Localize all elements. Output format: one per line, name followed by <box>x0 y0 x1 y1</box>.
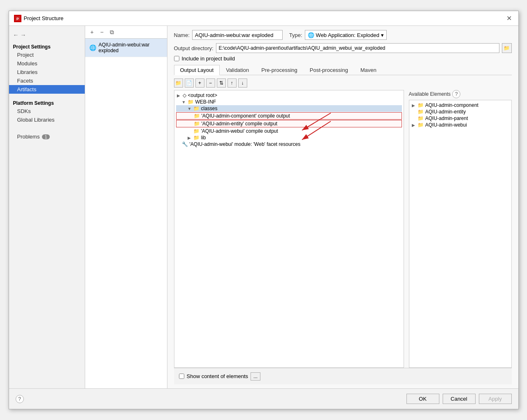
avail-node-webui[interactable]: ▶ 📁 AQIU-admin-webui <box>411 122 510 128</box>
title-bar: P Project Structure ✕ <box>9 11 518 26</box>
move-down-btn[interactable]: ↓ <box>238 78 247 88</box>
tree-node-output-root[interactable]: ▶ ◇ <output root> <box>176 92 402 99</box>
tree-node-webui-resources[interactable]: 🔧 'AQIU-admin-webui' module: 'Web' facet… <box>176 141 402 148</box>
tab-maven[interactable]: Maven <box>354 65 383 75</box>
webui-compile-label: 'AQIU-admin-webui' compile output <box>201 128 278 134</box>
tree-node-lib[interactable]: ▶ 📁 lib <box>176 134 402 141</box>
apply-button[interactable]: Apply <box>479 394 512 404</box>
main-content: ← → Project Settings Project Modules Lib… <box>9 26 518 388</box>
tree-node-webui-compile[interactable]: 📁 'AQIU-admin-webui' compile output <box>176 128 402 134</box>
classes-label: classes <box>201 106 218 111</box>
component-compile-label: 'AQIU-admin-component' compile output <box>202 113 290 119</box>
ok-button[interactable]: OK <box>406 394 439 404</box>
type-value: Web Application: Exploded <box>316 32 379 38</box>
tree-node-webinf[interactable]: ▼ 📁 WEB-INF <box>176 99 402 105</box>
type-label: Type: <box>289 32 302 38</box>
remove-btn[interactable]: − <box>206 78 215 88</box>
tree-node-classes[interactable]: ▼ 📁 classes <box>176 105 402 112</box>
name-label: Name: <box>174 32 190 38</box>
sidebar-item-project[interactable]: Project <box>9 51 85 59</box>
type-select[interactable]: 🌐 Web Application: Exploded ▾ <box>305 30 387 40</box>
webinf-label: WEB-INF <box>195 99 216 105</box>
nav-back[interactable]: ← <box>13 32 19 38</box>
sidebar-item-artifacts[interactable]: Artifacts <box>9 85 85 94</box>
app-icon: P <box>14 15 21 22</box>
component-compile-icon: 📁 <box>194 113 200 119</box>
tab-post-processing[interactable]: Post-processing <box>304 65 354 75</box>
expand-classes: ▼ <box>188 106 192 111</box>
sort-btn[interactable]: ⇅ <box>217 78 226 88</box>
footer-right: OK Cancel Apply <box>406 394 512 404</box>
tree-container: ▶ ◇ <output root> ▼ 📁 WEB-INF <box>174 90 404 368</box>
copy-artifact-btn[interactable]: ⧉ <box>107 28 116 37</box>
include-build-checkbox[interactable] <box>174 56 179 61</box>
webui-compile-icon: 📁 <box>193 128 200 134</box>
avail-webui-label: AQIU-admin-webui <box>425 122 467 128</box>
tree-node-component-compile[interactable]: 📁 'AQIU-admin-component' compile output <box>176 112 402 120</box>
sidebar-item-modules[interactable]: Modules <box>9 59 85 68</box>
close-button[interactable]: ✕ <box>505 14 513 23</box>
tab-output-layout[interactable]: Output Layout <box>174 65 220 75</box>
add-btn[interactable]: + <box>195 78 204 88</box>
avail-node-entity[interactable]: 📁 AQIU-admin-entity <box>411 108 510 115</box>
tree-node-entity-compile[interactable]: 📁 'AQIU-admin-entity' compile output <box>176 120 402 127</box>
layout-split: ▶ ◇ <output root> ▼ 📁 WEB-INF <box>174 90 512 368</box>
tabs-bar: Output Layout Validation Pre-processing … <box>174 65 512 75</box>
detail-panel: Name: Type: 🌐 Web Application: Exploded … <box>167 26 518 388</box>
expand-lib: ▶ <box>188 136 192 140</box>
avail-expand-entity <box>412 110 416 114</box>
expand-root: ▶ <box>177 93 181 98</box>
show-content-label: Show content of elements <box>187 373 248 379</box>
sidebar-item-libraries[interactable]: Libraries <box>9 68 85 76</box>
avail-component-icon: 📁 <box>418 102 424 108</box>
avail-expand-component: ▶ <box>412 103 416 108</box>
sidebar-item-global-libraries[interactable]: Global Libraries <box>9 115 85 124</box>
avail-entity-label: AQIU-admin-entity <box>425 109 466 115</box>
project-settings-header: Project Settings <box>9 42 85 51</box>
move-up-btn[interactable]: ↑ <box>228 78 237 88</box>
avail-node-parent[interactable]: 📁 AQIU-admin-parent <box>411 115 510 122</box>
remove-artifact-btn[interactable]: − <box>98 28 107 37</box>
create-file-btn[interactable]: 📄 <box>185 78 194 88</box>
footer: ? OK Cancel Apply <box>9 388 518 409</box>
platform-settings-header: Platform Settings <box>9 99 85 107</box>
sidebar-item-sdks[interactable]: SDKs <box>9 107 85 115</box>
tab-validation[interactable]: Validation <box>220 65 255 75</box>
dots-btn[interactable]: ... <box>251 372 260 381</box>
nav-forward[interactable]: → <box>21 32 26 38</box>
show-content-checkbox[interactable] <box>179 374 184 379</box>
tab-pre-processing[interactable]: Pre-processing <box>255 65 303 75</box>
name-field: Name: <box>174 30 283 40</box>
available-tree[interactable]: ▶ 📁 AQIU-admin-component 📁 AQIU-admin-en… <box>409 100 512 368</box>
output-dir-label: Output directory: <box>174 45 214 51</box>
right-panel: + − ⧉ 🌐 AQIU-admin-webui:war exploded Na… <box>85 26 518 388</box>
entity-compile-label: 'AQIU-admin-entity' compile output <box>202 121 278 127</box>
create-dir-btn[interactable]: 📁 <box>174 78 183 88</box>
output-dir-input[interactable] <box>216 43 499 53</box>
footer-help-icon[interactable]: ? <box>16 395 24 403</box>
add-artifact-btn[interactable]: + <box>88 28 97 37</box>
webui-resources-label: 'AQIU-admin-webui' module: 'Web' facet r… <box>190 141 301 147</box>
name-input[interactable] <box>192 30 283 40</box>
cancel-button[interactable]: Cancel <box>443 394 476 404</box>
project-structure-dialog: P Project Structure ✕ ← → Project Settin… <box>9 11 519 409</box>
avail-webui-icon: 📁 <box>418 122 424 128</box>
problems-section: Problems 1 <box>9 132 85 141</box>
sidebar-item-problems[interactable]: Problems 1 <box>9 132 85 141</box>
sidebar: ← → Project Settings Project Modules Lib… <box>9 26 85 388</box>
sidebar-item-facets[interactable]: Facets <box>9 76 85 85</box>
available-help-icon[interactable]: ? <box>452 90 460 98</box>
webinf-icon: 📁 <box>188 99 194 105</box>
type-field: Type: 🌐 Web Application: Exploded ▾ <box>289 30 387 40</box>
artifacts-list: + − ⧉ 🌐 AQIU-admin-webui:war exploded <box>85 26 167 388</box>
artifact-list-item[interactable]: 🌐 AQIU-admin-webui:war exploded <box>85 39 167 57</box>
browse-dir-btn[interactable]: 📁 <box>502 43 512 53</box>
avail-node-component[interactable]: ▶ 📁 AQIU-admin-component <box>411 102 510 108</box>
footer-left: ? <box>16 395 24 403</box>
root-label: <output root> <box>188 92 217 98</box>
include-build-label: Include in project build <box>182 55 235 62</box>
file-tree[interactable]: ▶ ◇ <output root> ▼ 📁 WEB-INF <box>174 90 404 368</box>
avail-component-label: AQIU-admin-component <box>425 102 478 108</box>
root-icon: ◇ <box>183 92 186 98</box>
tree-toolbar: 📁 📄 + − ⇅ ↑ ↓ <box>174 78 512 88</box>
